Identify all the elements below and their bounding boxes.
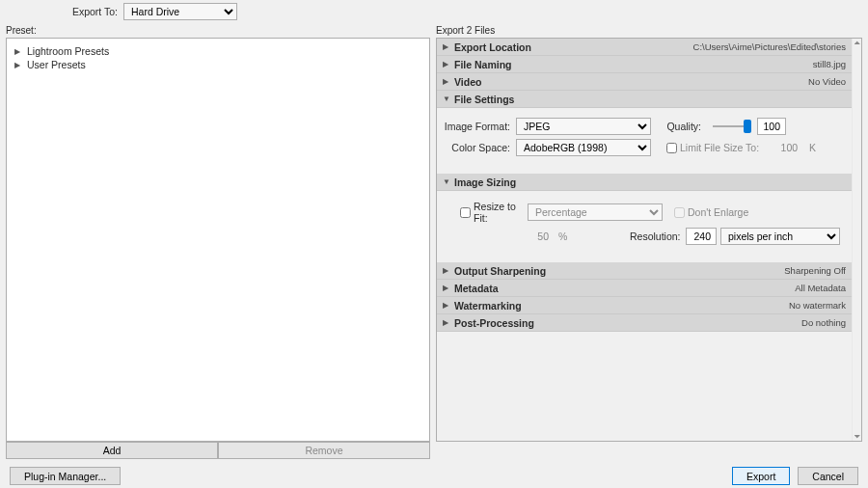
limit-filesize-value: 100 <box>769 142 798 153</box>
remove-preset-button: Remove <box>218 442 430 459</box>
section-title: Video <box>454 76 481 88</box>
color-space-label: Color Space: <box>443 142 516 153</box>
preset-list[interactable]: ▶ Lightroom Presets ▶ User Presets <box>6 38 430 442</box>
triangle-right-icon: ▶ <box>443 77 450 86</box>
export-to-select[interactable]: Hard Drive <box>123 3 237 20</box>
triangle-down-icon: ▼ <box>443 177 450 186</box>
image-format-select[interactable]: JPEG <box>516 118 651 135</box>
section-post-processing[interactable]: ▶ Post-Processing Do nothing <box>437 314 852 332</box>
export-button[interactable]: Export <box>732 467 790 485</box>
triangle-right-icon: ▶ <box>443 42 450 51</box>
section-title: File Naming <box>454 59 512 70</box>
triangle-down-icon: ▼ <box>443 95 450 103</box>
section-summary: Sharpening Off <box>784 265 846 276</box>
cancel-button[interactable]: Cancel <box>798 467 858 485</box>
triangle-right-icon: ▶ <box>443 60 450 68</box>
image-format-label: Image Format: <box>443 121 516 132</box>
color-space-select[interactable]: AdobeRGB (1998) <box>516 139 651 156</box>
preset-folder-label: Lightroom Presets <box>27 45 109 57</box>
section-title: Export Location <box>454 41 531 53</box>
scrollbar[interactable] <box>852 39 861 441</box>
limit-filesize-unit: K <box>809 142 816 153</box>
export-count-title: Export 2 Files <box>436 23 862 38</box>
preset-folder-label: User Presets <box>27 59 86 70</box>
preset-folder-lightroom[interactable]: ▶ Lightroom Presets <box>11 44 425 58</box>
section-metadata[interactable]: ▶ Metadata All Metadata <box>437 280 852 297</box>
resize-to-fit-label: Resize to Fit: <box>474 201 528 224</box>
triangle-right-icon: ▶ <box>443 318 450 327</box>
add-preset-button[interactable]: Add <box>6 442 218 459</box>
limit-filesize-checkbox[interactable] <box>666 143 677 153</box>
triangle-right-icon: ▶ <box>14 47 23 56</box>
section-output-sharpening[interactable]: ▶ Output Sharpening Sharpening Off <box>437 262 852 280</box>
section-file-settings[interactable]: ▼ File Settings <box>437 91 852 108</box>
triangle-right-icon: ▶ <box>443 284 450 292</box>
section-watermarking[interactable]: ▶ Watermarking No watermark <box>437 297 852 314</box>
dont-enlarge-checkbox <box>674 207 685 218</box>
percent-unit: % <box>558 230 567 242</box>
export-to-label: Export To: <box>0 6 123 17</box>
percent-value: 50 <box>526 230 549 242</box>
quality-slider[interactable] <box>713 119 751 134</box>
section-summary: No Video <box>808 76 846 87</box>
preset-label: Preset: <box>6 23 430 38</box>
section-summary: Do nothing <box>801 317 846 328</box>
triangle-right-icon: ▶ <box>443 266 450 275</box>
section-file-naming[interactable]: ▶ File Naming still8.jpg <box>437 56 852 73</box>
resolution-unit-select[interactable]: pixels per inch <box>720 228 840 245</box>
limit-filesize-label: Limit File Size To: <box>680 142 759 153</box>
section-summary: C:\Users\Aime\Pictures\Edited\stories <box>693 41 846 52</box>
resolution-input[interactable] <box>686 228 717 245</box>
section-title: Image Sizing <box>454 176 516 188</box>
section-title: Metadata <box>454 283 499 294</box>
preset-folder-user[interactable]: ▶ User Presets <box>11 58 425 71</box>
section-title: File Settings <box>454 94 514 105</box>
section-title: Output Sharpening <box>454 265 546 277</box>
resize-mode-select[interactable]: Percentage <box>528 203 663 221</box>
section-export-location[interactable]: ▶ Export Location C:\Users\Aime\Pictures… <box>437 39 852 56</box>
section-summary: All Metadata <box>795 283 846 293</box>
section-title: Post-Processing <box>454 317 534 329</box>
section-summary: No watermark <box>789 300 846 311</box>
plugin-manager-button[interactable]: Plug-in Manager... <box>10 467 121 485</box>
section-image-sizing[interactable]: ▼ Image Sizing <box>437 174 852 191</box>
resize-to-fit-checkbox[interactable] <box>460 207 471 218</box>
resolution-label: Resolution: <box>630 230 686 242</box>
quality-input[interactable] <box>757 118 786 135</box>
section-video[interactable]: ▶ Video No Video <box>437 73 852 91</box>
triangle-right-icon: ▶ <box>443 301 450 310</box>
triangle-right-icon: ▶ <box>14 61 23 69</box>
section-title: Watermarking <box>454 300 522 312</box>
quality-label: Quality: <box>666 121 707 132</box>
dont-enlarge-label: Don't Enlarge <box>688 206 748 218</box>
section-summary: still8.jpg <box>813 59 846 69</box>
